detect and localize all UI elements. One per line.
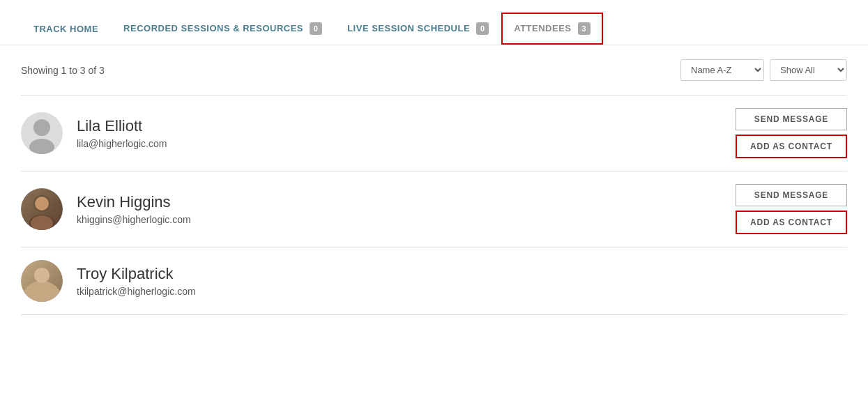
attendee-info: Kevin Higgins khiggins@higherlogic.com — [77, 193, 736, 225]
show-select[interactable]: Show All Show 10 Show 25 — [770, 59, 847, 81]
add-contact-button[interactable]: ADD AS CONTACT — [736, 211, 847, 234]
tab-attendees-label: ATTENDEES — [514, 23, 571, 33]
tab-recorded-sessions[interactable]: RECORDED SESSIONS & RESOURCES 0 — [111, 13, 335, 45]
attendee-name: Kevin Higgins — [77, 193, 736, 211]
attendee-info: Lila Elliott lila@higherlogic.com — [77, 117, 736, 149]
avatar-image-troy — [21, 260, 63, 302]
svg-point-1 — [29, 139, 54, 154]
tab-attendees-badge: 3 — [578, 22, 591, 35]
add-contact-button[interactable]: ADD AS CONTACT — [736, 135, 847, 158]
svg-point-7 — [34, 268, 50, 283]
attendee-actions: SEND MESSAGE ADD AS CONTACT — [736, 184, 847, 234]
tab-live-session-label: LIVE SESSION SCHEDULE — [347, 23, 470, 33]
sort-select[interactable]: Name A-Z Name Z-A — [680, 59, 764, 81]
tab-recorded-sessions-badge: 0 — [310, 22, 322, 35]
svg-point-0 — [33, 119, 50, 136]
nav-tabs: TRACK HOME RECORDED SESSIONS & RESOURCES… — [0, 0, 868, 45]
send-message-button[interactable]: SEND MESSAGE — [736, 108, 847, 130]
attendee-email: khiggins@higherlogic.com — [77, 214, 736, 225]
attendee-actions: SEND MESSAGE ADD AS CONTACT — [736, 108, 847, 158]
showing-count: Showing 1 to 3 of 3 — [21, 65, 105, 76]
svg-point-4 — [35, 197, 49, 211]
attendee-email: tkilpatrick@higherlogic.com — [77, 286, 847, 297]
table-row: Kevin Higgins khiggins@higherlogic.com S… — [21, 171, 847, 247]
table-row: Lila Elliott lila@higherlogic.com SEND M… — [21, 95, 847, 171]
avatar — [21, 260, 63, 302]
avatar-image-kevin — [21, 188, 63, 230]
main-content: Showing 1 to 3 of 3 Name A-Z Name Z-A Sh… — [0, 45, 868, 329]
avatar — [21, 112, 63, 154]
avatar — [21, 188, 63, 230]
filter-controls: Name A-Z Name Z-A Show All Show 10 Show … — [680, 59, 847, 81]
attendee-email: lila@higherlogic.com — [77, 138, 736, 149]
attendee-info: Troy Kilpatrick tkilpatrick@higherlogic.… — [77, 265, 847, 297]
attendee-name: Lila Elliott — [77, 117, 736, 135]
attendee-list: Lila Elliott lila@higherlogic.com SEND M… — [21, 95, 847, 315]
tab-attendees[interactable]: ATTENDEES 3 — [501, 13, 602, 45]
tab-recorded-sessions-label: RECORDED SESSIONS & RESOURCES — [123, 23, 303, 33]
send-message-button[interactable]: SEND MESSAGE — [736, 184, 847, 206]
svg-point-5 — [31, 215, 53, 230]
table-row: Troy Kilpatrick tkilpatrick@higherlogic.… — [21, 247, 847, 315]
tab-live-session[interactable]: LIVE SESSION SCHEDULE 0 — [335, 13, 501, 45]
tab-track-home[interactable]: TRACK HOME — [21, 14, 111, 44]
filter-bar: Showing 1 to 3 of 3 Name A-Z Name Z-A Sh… — [21, 59, 847, 81]
attendee-name: Troy Kilpatrick — [77, 265, 847, 283]
tab-live-session-badge: 0 — [476, 22, 489, 35]
